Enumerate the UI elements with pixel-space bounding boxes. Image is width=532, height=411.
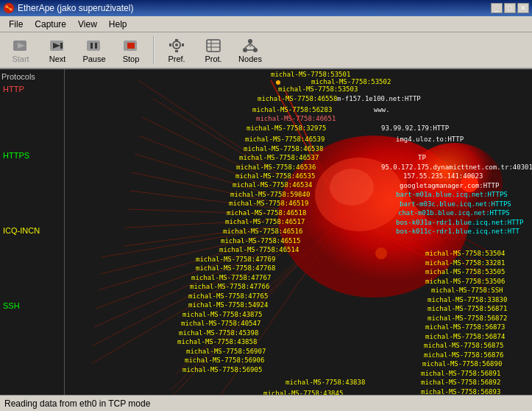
titlebar: EtherApe (jako superuživatel) _ □ ✕ [0, 0, 532, 16]
node-label-38: michal-MS-7758:43845 [263, 390, 343, 395]
pref-label: Pref. [168, 55, 185, 63]
node-label-54: michal-MS-7758:33830 [428, 296, 507, 303]
node-label-63: michal-MS-7758:56892 [421, 379, 500, 386]
maximize-button[interactable]: □ [504, 3, 516, 13]
node-label-45: bart-m03c.blue.icq.net:HTTPS [400, 200, 511, 208]
menu-item-help[interactable]: Help [103, 18, 133, 31]
node-label-53: michal-MS-7758:SSH [431, 287, 503, 294]
svg-rect-19 [182, 43, 184, 46]
node-label-1: michal-MS-7758:53502 [311, 78, 391, 85]
node-label-42: 157.55.235.141:40023 [403, 172, 483, 180]
svg-point-24 [248, 39, 252, 43]
node-label-12: michal-MS-7758:46538 [244, 145, 323, 152]
menu-item-view[interactable]: View [72, 18, 103, 31]
close-button[interactable]: ✕ [517, 3, 529, 13]
node-label-32: michal-MS-7758:45398 [179, 329, 258, 337]
labels-container: michal-MS-7758:53501michal-MS-7758:53502… [65, 69, 532, 395]
node-label-59: michal-MS-7758:56875 [424, 342, 503, 349]
stop-label: Stop [123, 55, 140, 63]
node-label-22: michal-MS-7758:46515 [221, 237, 300, 245]
svg-point-15 [175, 43, 178, 46]
next-button[interactable]: Next [40, 34, 75, 66]
stop-button[interactable]: Stop [113, 34, 149, 66]
network-canvas: michal-MS-7758:53501michal-MS-7758:53502… [65, 69, 532, 395]
svg-rect-18 [169, 43, 171, 46]
node-label-11: michal-MS-7758:46539 [245, 136, 324, 143]
toolbar-separator-1 [153, 36, 155, 64]
node-label-34: michal-MS-7758:56907 [186, 348, 266, 355]
node-label-24: michal-MS-7758:47769 [196, 256, 275, 263]
titlebar-controls: _ □ ✕ [491, 3, 529, 13]
pause-label: Pause [82, 55, 105, 63]
node-label-51: michal-MS-7758:53505 [425, 268, 505, 275]
node-label-60: michal-MS-7758:56876 [424, 351, 503, 359]
node-label-23: michal-MS-7758:46514 [219, 246, 299, 253]
node-label-9: michal-MS-7758:46651 [256, 115, 336, 122]
node-label-55: michal-MS-7758:56871 [428, 305, 507, 312]
node-label-21: michal-MS-7758:46516 [223, 228, 302, 235]
node-label-10: michal-MS-7758:32975 [247, 124, 326, 132]
node-label-29: michal-MS-7758:54924 [188, 301, 268, 309]
node-label-19: michal-MS-7758:46518 [227, 209, 306, 217]
protocol-http[interactable]: HTTP [1, 84, 63, 94]
node-label-62: michal-MS-7758:56891 [421, 370, 500, 377]
node-label-8: michal-MS-7758:56283 [252, 106, 332, 113]
node-label-52: michal-MS-7758:53506 [425, 278, 505, 285]
node-label-30: michal-MS-7758:43875 [182, 311, 262, 318]
node-label-25: michal-MS-7758:47768 [196, 264, 275, 272]
svg-rect-8 [60, 43, 63, 49]
svg-rect-10 [91, 43, 93, 49]
node-label-48: bos-k011c-rdr1.blue.icq.net:HTT [396, 228, 519, 235]
protocol-icq[interactable]: ICQ-INCN [1, 225, 63, 236]
node-label-57: michal-MS-7758:56873 [425, 323, 505, 331]
svg-rect-17 [175, 50, 178, 52]
protocol-https[interactable]: HTTPS [1, 150, 63, 161]
node-label-14: michal-MS-7758:46536 [236, 164, 316, 171]
node-label-26: michal-MS-7758:47767 [191, 274, 271, 281]
menu-item-capture[interactable]: Capture [29, 18, 72, 31]
node-label-49: michal-MS-7758:53504 [425, 250, 505, 257]
node-label-13: michal-MS-7758:46537 [239, 154, 319, 161]
svg-point-30 [249, 44, 252, 46]
node-label-58: michal-MS-7758:56874 [425, 333, 505, 340]
titlebar-title: EtherApe (jako superuživatel) [18, 3, 133, 13]
statusbar: Reading data from eth0 in TCP mode [0, 395, 532, 411]
node-label-44: bart-m01a.blue.icq.net:HTTPS [396, 191, 508, 198]
node-label-47: bos-k031a-rdr1.blue.icq.net:HTTP [396, 219, 523, 226]
nodes-label: Nodes [238, 55, 262, 63]
svg-rect-9 [87, 41, 100, 51]
node-label-0: michal-MS-7758:53501 [271, 71, 350, 78]
menu-item-file[interactable]: File [3, 18, 29, 31]
node-label-35: michal-MS-7758:56906 [185, 356, 264, 364]
svg-rect-11 [95, 43, 97, 49]
protocol-ssh[interactable]: SSH [1, 301, 63, 311]
svg-rect-16 [175, 39, 178, 41]
node-label-41: 95.0.172.175.dynamicttnet.com.tr:40301 [381, 164, 532, 171]
toolbar: Start Next Pause Stop [0, 32, 532, 69]
start-button[interactable]: Start [3, 34, 38, 66]
node-label-15: michal-MS-7758:46535 [235, 172, 315, 180]
node-label-3: michal-MS-7758:46558 [258, 95, 337, 102]
minimize-button[interactable]: _ [491, 3, 503, 13]
node-label-31: michal-MS-7758:40547 [181, 320, 260, 327]
node-label-17: michal-MS-7758:59840 [230, 191, 310, 198]
node-label-50: michal-MS-7758:33281 [425, 259, 505, 267]
pref-button[interactable]: Pref. [159, 34, 194, 66]
node-label-36: michal-MS-7758:56905 [182, 366, 262, 373]
node-label-6: 93.99.92.179:HTTP [381, 124, 449, 132]
node-label-7: img4.uloz.to:HTTP [396, 136, 464, 143]
node-label-37: michal-MS-7758:43838 [285, 379, 365, 386]
next-label: Next [49, 55, 66, 63]
node-label-43: googletagmanager.com:HTTP [400, 182, 499, 189]
status-text: Reading data from eth0 in TCP mode [4, 398, 150, 409]
menubar: FileCaptureViewHelp [0, 16, 532, 32]
prot-button[interactable]: Prot. [196, 34, 231, 66]
node-label-18: michal-MS-7758:46519 [229, 200, 308, 207]
nodes-button[interactable]: Nodes [233, 34, 268, 66]
node-label-16: michal-MS-7758:46534 [233, 181, 312, 189]
pause-button[interactable]: Pause [77, 34, 112, 66]
node-label-5: www. [374, 106, 390, 113]
svg-rect-20 [207, 40, 220, 52]
app-icon [3, 2, 15, 14]
protocols-panel: Protocols HTTP HTTPS ICQ-INCN SSH [0, 69, 65, 395]
